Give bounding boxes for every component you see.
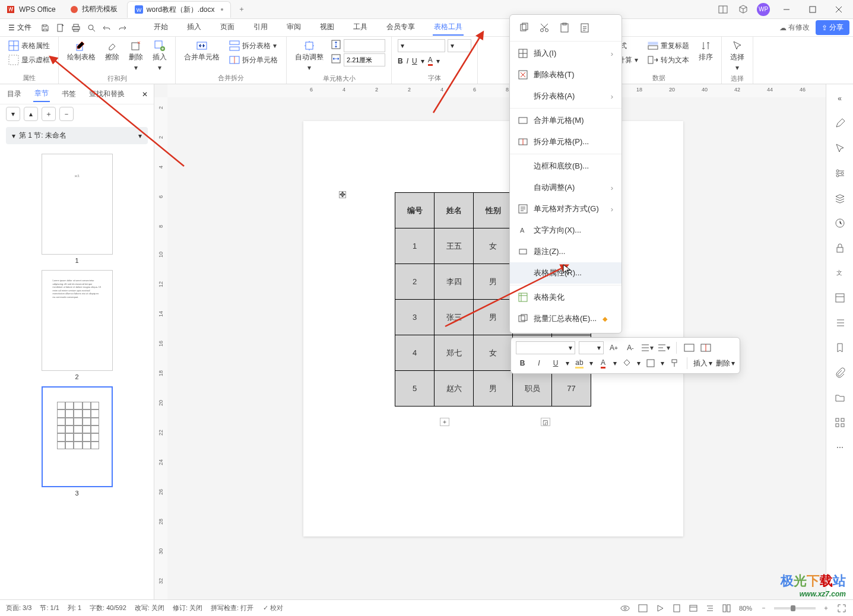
table-cell[interactable]: 4 <box>395 335 435 371</box>
save-icon[interactable] <box>39 21 52 34</box>
paste-special-icon[interactable] <box>578 21 592 35</box>
ctx-batch-summary[interactable]: 批量汇总表格(E)...◆ <box>510 308 621 329</box>
table-properties-button[interactable]: 表格属性 <box>6 39 52 52</box>
table-move-handle[interactable]: ✥ <box>339 191 346 198</box>
font-size-combo[interactable]: ▾ <box>448 39 471 52</box>
bookmark-icon[interactable] <box>832 339 848 356</box>
table-resize-handle[interactable]: ◲ <box>541 418 550 426</box>
ctx-split-table[interactable]: 拆分表格(A)› <box>510 85 621 107</box>
menu-tab-review[interactable]: 审阅 <box>286 20 302 36</box>
list-icon[interactable] <box>832 315 848 331</box>
layers-icon[interactable] <box>832 190 848 207</box>
menu-tab-references[interactable]: 引用 <box>252 20 269 36</box>
share-button[interactable]: ⇪ 分享 <box>816 20 849 35</box>
nav-tab-findreplace[interactable]: 查找和替换 <box>88 87 126 101</box>
ctx-caption[interactable]: 题注(Z)... <box>510 241 621 262</box>
outline-view-icon[interactable] <box>705 603 715 614</box>
mini-insert-button[interactable]: 插入▾ <box>693 358 712 369</box>
grow-font-button[interactable]: A+ <box>607 341 620 354</box>
undo-icon[interactable] <box>100 21 113 34</box>
mini-border-button[interactable] <box>644 357 657 370</box>
apps-icon[interactable] <box>832 414 848 431</box>
menu-tab-page[interactable]: 页面 <box>219 20 236 36</box>
font-color-button[interactable]: A <box>428 56 433 66</box>
section-header[interactable]: ▾ 第 1 节: 未命名 ▾ <box>6 127 148 144</box>
split-button[interactable] <box>699 341 712 354</box>
table-cell[interactable]: 2 <box>395 264 435 300</box>
table-cell[interactable]: 张三 <box>435 300 474 335</box>
delete-button[interactable]: 删除▾ <box>126 39 145 73</box>
nav-up-button[interactable]: ▴ <box>24 107 38 121</box>
repeat-header-button[interactable]: 重复标题 <box>645 39 692 52</box>
mini-shading-button[interactable] <box>620 357 633 370</box>
underline-button[interactable]: U <box>412 57 417 65</box>
align-button[interactable]: ▾ <box>657 341 670 354</box>
table-cell[interactable]: 77 <box>552 371 591 407</box>
folder-icon[interactable] <box>832 389 848 406</box>
table-cell[interactable]: 男 <box>474 371 513 407</box>
fullscreen-icon[interactable] <box>836 603 847 614</box>
autofit-button[interactable]: 自动调整▾ <box>293 39 326 73</box>
redo-icon[interactable] <box>116 21 129 34</box>
zoom-in-button[interactable]: ＋ <box>822 602 830 614</box>
merge-cells-button[interactable]: 合并单元格 <box>182 39 222 63</box>
mini-font-combo[interactable]: ▾ <box>516 341 575 354</box>
maximize-button[interactable] <box>803 2 822 17</box>
mini-size-combo[interactable]: ▾ <box>579 341 604 354</box>
line-spacing-button[interactable]: ▾ <box>640 341 654 354</box>
status-overwrite[interactable]: 改写: 关闭 <box>135 604 164 612</box>
layout-view-icon[interactable] <box>721 603 732 614</box>
ctx-split-cells[interactable]: 拆分单元格(P)... <box>510 131 621 153</box>
translate-icon[interactable]: 文 <box>832 265 848 281</box>
merge-button[interactable] <box>683 341 696 354</box>
web-view-icon[interactable] <box>688 603 699 614</box>
nav-tab-toc[interactable]: 目录 <box>6 87 23 101</box>
shrink-font-button[interactable]: A- <box>624 341 637 354</box>
nav-collapse-button[interactable]: ▾ <box>6 107 20 121</box>
mini-delete-button[interactable]: 删除▾ <box>716 358 735 369</box>
close-panel-button[interactable]: ✕ <box>142 90 148 99</box>
table-cell[interactable]: 5 <box>395 371 435 407</box>
layout-icon[interactable] <box>832 290 848 306</box>
bold-button[interactable]: B <box>398 57 403 65</box>
horizontal-ruler[interactable]: 6422468101416182040424446 <box>167 84 826 97</box>
table-cell[interactable]: 李四 <box>435 264 474 300</box>
ctx-autofit[interactable]: 自动调整(A)› <box>510 177 621 198</box>
menu-tab-tools[interactable]: 工具 <box>352 20 369 36</box>
table-cell[interactable]: 男 <box>474 264 513 300</box>
mini-highlight-button[interactable]: ab <box>573 357 586 370</box>
play-icon[interactable] <box>655 603 665 614</box>
table-cell[interactable]: 3 <box>395 300 435 335</box>
cube-icon[interactable] <box>737 3 750 16</box>
ctx-table-beautify[interactable]: 表格美化 <box>510 287 621 308</box>
mini-bold-button[interactable]: B <box>516 357 529 370</box>
zoom-value[interactable]: 80% <box>738 604 753 613</box>
thumbnail-page-2[interactable]: Lorem ipsum dolor sit amet consectetur a… <box>42 270 113 371</box>
lock-icon[interactable] <box>832 240 848 256</box>
status-wordcount[interactable]: 字数: 40/592 <box>90 604 126 612</box>
eraser-button[interactable]: 擦除 <box>103 39 122 63</box>
font-family-combo[interactable]: ▾ <box>398 39 445 52</box>
tab-template-store[interactable]: 找稻壳模板 <box>63 1 125 18</box>
status-section[interactable]: 节: 1/1 <box>40 604 59 612</box>
status-column[interactable]: 列: 1 <box>68 604 81 612</box>
menu-tab-view[interactable]: 视图 <box>319 20 335 36</box>
minimize-button[interactable] <box>777 2 796 17</box>
table-cell[interactable]: 1 <box>395 228 435 264</box>
table-cell[interactable]: 王五 <box>435 228 474 264</box>
window-layout-icon[interactable] <box>716 3 730 16</box>
nav-tab-bookmarks[interactable]: 书签 <box>61 87 77 101</box>
italic-button[interactable]: I <box>407 57 408 65</box>
thumbnail-page-1[interactable]: 目录 <box>42 154 113 255</box>
mini-underline-button[interactable]: U <box>549 357 562 370</box>
page-view-icon[interactable] <box>671 603 682 614</box>
menu-tab-table-tools[interactable]: 表格工具 <box>433 20 464 36</box>
table-cell[interactable]: 郑七 <box>435 335 474 371</box>
more-icon[interactable]: ⋯ <box>832 439 848 456</box>
to-text-button[interactable]: 转为文本 <box>645 53 692 66</box>
menu-tab-start[interactable]: 开始 <box>153 20 169 36</box>
eye-icon[interactable] <box>619 602 631 614</box>
select-icon[interactable] <box>832 140 848 157</box>
add-row-handle[interactable]: ＋ <box>440 418 449 426</box>
menu-tab-member[interactable]: 会员专享 <box>385 20 416 36</box>
